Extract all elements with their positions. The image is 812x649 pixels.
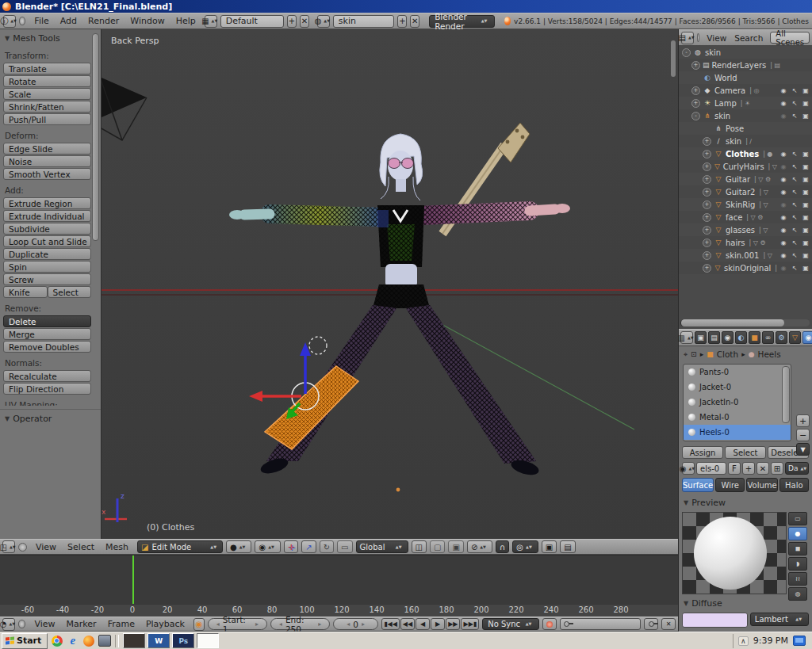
visibility-eye-icon[interactable] xyxy=(779,151,787,158)
task-button[interactable]: Ps xyxy=(172,633,194,648)
renderability-camera-icon[interactable] xyxy=(802,87,810,94)
delete-scene-button[interactable]: ✕ xyxy=(410,15,419,28)
editor-type-button[interactable]: ▤▲▼ xyxy=(681,32,694,44)
material-slot-row[interactable]: Pants-0 xyxy=(684,365,791,380)
tool-shelf-item[interactable]: Noise▲▼ xyxy=(3,155,91,167)
timeline-ruler[interactable]: -60-40-200204060801001201401601802002202… xyxy=(0,604,678,617)
material-slot-row[interactable]: Jacket-0 xyxy=(684,380,791,395)
expand-toggle-icon[interactable]: + xyxy=(703,162,711,171)
visibility-eye-icon[interactable] xyxy=(779,87,787,94)
tool-shelf-item[interactable]: Shrink/Fatten▲▼ xyxy=(3,101,91,113)
visibility-eye-icon[interactable] xyxy=(779,176,787,183)
mode-select[interactable]: ◪Edit Mode▲▼ xyxy=(137,540,223,553)
outliner-row[interactable]: World xyxy=(679,71,812,84)
menu-collapse-toggle[interactable] xyxy=(18,543,27,552)
pivot-point-select[interactable]: ◉▲▼ xyxy=(255,540,280,553)
tool-shelf-item[interactable]: Extrude Region▲▼ xyxy=(3,197,91,209)
tool-shelf-item[interactable]: Push/Pull▲▼ xyxy=(3,113,91,125)
renderability-camera-icon[interactable] xyxy=(802,189,810,196)
expand-toggle-icon[interactable]: + xyxy=(703,264,711,273)
properties-tab-icon[interactable] xyxy=(735,331,747,344)
renderability-camera-icon[interactable] xyxy=(802,176,810,183)
expand-toggle-icon[interactable]: + xyxy=(703,137,711,146)
tool-shelf-item[interactable]: Translate▲▼ xyxy=(3,63,91,74)
tool-shelf-scrollbar[interactable] xyxy=(92,33,99,241)
properties-tab-icon[interactable] xyxy=(708,331,720,344)
task-button[interactable] xyxy=(197,633,219,648)
material-type-button[interactable]: Volume xyxy=(746,478,777,492)
internet-explorer-quicklaunch-icon[interactable]: e xyxy=(66,634,79,647)
mesh-tools-panel-header[interactable]: ▼ Mesh Tools xyxy=(0,29,101,46)
renderability-camera-icon[interactable] xyxy=(802,252,810,259)
tool-shelf-item[interactable]: Deform:▲▼ xyxy=(3,126,91,143)
outliner-row[interactable]: + Lamp | ☀ xyxy=(679,97,812,109)
editor-type-button[interactable]: ◔▲▼ xyxy=(2,618,15,631)
operator-panel-header[interactable]: ▼ Operator xyxy=(0,409,101,426)
users-count-button[interactable]: Da▲▼ xyxy=(785,462,809,475)
preview-type-button[interactable] xyxy=(788,557,807,571)
outliner-row[interactable]: + skinOriginal | xyxy=(679,262,812,274)
prev-keyframe-button[interactable]: ◀◀ xyxy=(400,618,415,630)
outliner-row[interactable]: + Guitar | ▽ ⚙ xyxy=(679,173,812,185)
nodes-toggle-button[interactable]: ⊞ xyxy=(771,462,783,475)
menu-collapse-toggle[interactable] xyxy=(697,33,699,42)
add-layout-button[interactable]: + xyxy=(287,15,297,28)
expand-toggle-icon[interactable]: + xyxy=(703,251,711,260)
renderability-camera-icon[interactable] xyxy=(802,214,810,221)
outliner-row[interactable]: + Guitar2 | ▽ xyxy=(679,185,812,198)
menu-item[interactable]: File xyxy=(29,16,54,26)
character-mesh[interactable] xyxy=(229,134,570,478)
outliner-row[interactable]: + SkinRig | ▽ xyxy=(679,198,812,211)
preview-type-button[interactable] xyxy=(788,512,807,525)
remove-slot-button[interactable]: − xyxy=(796,429,810,441)
tool-shelf-item[interactable]: Delete▲▼ xyxy=(3,315,91,327)
nodes-icon[interactable]: ⊡ xyxy=(691,350,697,358)
unlink-material-button[interactable]: ✕ xyxy=(756,462,769,475)
slot-specials-button[interactable]: ▼ xyxy=(796,443,810,456)
editor-type-button[interactable]: ⓘ▲▼ xyxy=(3,15,16,28)
viewport-shading-select[interactable]: ●▲▼ xyxy=(226,540,251,553)
tool-shelf-item[interactable]: Duplicate▲▼ xyxy=(3,248,91,260)
selectability-cursor-icon[interactable] xyxy=(791,227,799,234)
visibility-eye-icon[interactable] xyxy=(779,252,787,259)
backface-culling-button[interactable]: ▣ xyxy=(448,540,463,553)
preview-type-button[interactable] xyxy=(788,527,807,540)
visibility-eye-icon[interactable] xyxy=(779,163,787,170)
properties-tab-icon[interactable] xyxy=(722,331,733,344)
renderability-camera-icon[interactable] xyxy=(802,100,810,107)
jump-to-start-button[interactable]: ▮◀◀ xyxy=(381,618,400,630)
outliner-row[interactable]: + Clothes | ● xyxy=(679,147,812,160)
outliner-filter-select[interactable]: All Scenes xyxy=(770,32,810,44)
properties-tab-icon[interactable] xyxy=(749,331,760,344)
manipulator-translate-button[interactable]: ✛ xyxy=(284,540,298,553)
selectability-cursor-icon[interactable] xyxy=(791,163,799,170)
selectability-cursor-icon[interactable] xyxy=(791,252,799,259)
keying-set-field[interactable] xyxy=(560,618,641,630)
selectability-cursor-icon[interactable] xyxy=(791,201,799,208)
add-slot-button[interactable]: + xyxy=(796,414,810,427)
selectability-cursor-icon[interactable] xyxy=(791,176,799,183)
play-reverse-button[interactable]: ◀ xyxy=(416,618,430,630)
outliner-horizontal-scrollbar[interactable] xyxy=(680,319,810,326)
menu-item[interactable]: Render xyxy=(82,16,124,26)
material-slot-row[interactable]: Heels-0 xyxy=(684,425,791,440)
selectability-cursor-icon[interactable] xyxy=(791,189,799,196)
manipulator-extra-button[interactable]: ▭ xyxy=(337,540,352,553)
render-engine-select[interactable]: Blender Render▲▼ xyxy=(429,15,495,28)
properties-tab-icon[interactable] xyxy=(762,331,774,344)
frame-end-field[interactable]: ◂End: 250▸ xyxy=(270,618,330,630)
properties-tab-icon[interactable] xyxy=(695,331,707,344)
jump-to-end-button[interactable]: ▶▶▮ xyxy=(461,618,479,630)
tool-shelf-item[interactable]: Spin▲▼ xyxy=(3,261,91,273)
new-material-button[interactable]: + xyxy=(742,462,755,475)
expand-toggle-icon[interactable]: + xyxy=(703,213,711,222)
outliner-row[interactable]: + skin.001 | ▽ xyxy=(679,249,812,262)
expand-toggle-icon[interactable]: + xyxy=(703,239,711,247)
outliner-row[interactable]: + glasses | ▽ xyxy=(679,223,812,236)
visibility-eye-icon[interactable] xyxy=(779,227,787,234)
selectability-cursor-icon[interactable] xyxy=(791,151,799,158)
use-preview-range-button[interactable]: ◉ xyxy=(193,618,205,631)
breadcrumb-object-name[interactable]: Cloth xyxy=(717,349,738,359)
delete-layout-button[interactable]: ✕ xyxy=(300,15,309,28)
editor-type-button[interactable]: ▥▲▼ xyxy=(680,331,693,344)
